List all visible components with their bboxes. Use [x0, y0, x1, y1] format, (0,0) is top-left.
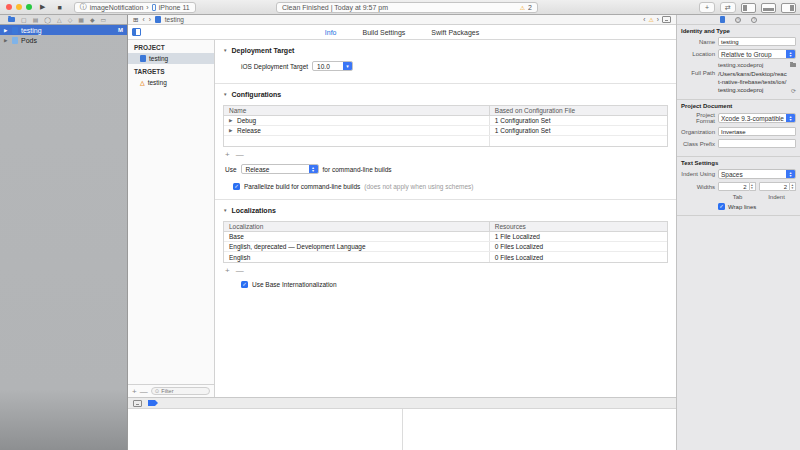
project-file-icon	[140, 55, 146, 62]
warning-count[interactable]: 2	[528, 4, 532, 11]
issue-warning-icon[interactable]: ⚠	[648, 16, 653, 23]
toggle-debug-area-button[interactable]	[761, 3, 776, 13]
source-control-navigator-icon[interactable]: ▢	[21, 16, 27, 23]
command-line-config-popup[interactable]: Release ▴▾	[241, 164, 319, 174]
tab-width-value[interactable]: 2	[718, 182, 750, 191]
window-controls[interactable]	[6, 4, 32, 10]
table-row-debug[interactable]: ▶ Debug 1 Configuration Set	[224, 116, 667, 126]
ios-deployment-target-label: iOS Deployment Target	[241, 63, 308, 70]
tab-info[interactable]: Info	[325, 29, 337, 36]
table-row-english-deprecated[interactable]: English, deprecated — Development Langua…	[224, 242, 667, 252]
zoom-window-button[interactable]	[26, 4, 32, 10]
configurations-section-header[interactable]: ▼ Configurations	[223, 84, 668, 103]
breakpoints-toggle-icon[interactable]	[148, 400, 158, 406]
disclosure-icon[interactable]: ▶	[4, 38, 9, 43]
filter-field[interactable]: ⊙	[151, 387, 210, 395]
xcode-window: ▶ ■ ⓘ imageNotification › iPhone 11 Clea…	[0, 0, 800, 450]
related-items-icon[interactable]: ⊞	[133, 16, 138, 24]
disclosure-icon[interactable]: ▶	[4, 28, 9, 33]
stepper-icon[interactable]: ▴▾	[750, 182, 756, 191]
back-button[interactable]: ‹	[142, 16, 144, 23]
editor-mode-button[interactable]: ⇄	[720, 2, 736, 13]
hide-debug-area-icon[interactable]	[133, 400, 142, 407]
file-row-label: testing	[21, 27, 42, 34]
choose-location-folder-icon[interactable]	[790, 63, 796, 67]
project-row-label: testing	[149, 55, 168, 62]
indent-width-stepper[interactable]: 2 ▴▾	[759, 182, 797, 191]
add-target-button[interactable]: +	[132, 387, 137, 396]
scheme-target-name[interactable]: imageNotification	[90, 4, 144, 11]
ios-deployment-target-combo[interactable]: 10.0 ▾	[312, 61, 353, 71]
target-row-testing[interactable]: △ testing	[128, 77, 214, 88]
open-in-finder-icon[interactable]: ⟳	[791, 87, 796, 94]
add-editor-button[interactable]: +	[699, 2, 715, 13]
remove-target-button[interactable]: —	[140, 387, 148, 396]
stepper-icon[interactable]: ▴▾	[790, 182, 796, 191]
tab-width-stepper[interactable]: 2 ▴▾	[718, 182, 756, 191]
jump-bar-file-name[interactable]: testing	[165, 16, 184, 23]
scheme-device-name[interactable]: iPhone 11	[159, 4, 190, 11]
add-configuration-button[interactable]: +	[225, 150, 230, 159]
table-row-base[interactable]: Base 1 File Localized	[224, 232, 667, 242]
tab-swift-packages[interactable]: Swift Packages	[431, 29, 479, 36]
debug-navigator-icon[interactable]: ▦	[78, 16, 84, 23]
quick-help-inspector-icon[interactable]: ?	[751, 17, 757, 23]
symbol-navigator-icon[interactable]: ▤	[33, 16, 39, 23]
parallelize-checkbox[interactable]: ✓	[233, 183, 240, 190]
table-row-release[interactable]: ▶ Release 1 Configuration Set	[224, 126, 667, 136]
stop-button[interactable]: ■	[57, 4, 61, 11]
toggle-navigator-button[interactable]	[741, 3, 756, 13]
scheme-selector[interactable]: ⓘ imageNotification › iPhone 11	[74, 2, 196, 13]
name-field[interactable]: testing	[718, 37, 796, 46]
localization-name: Base	[224, 232, 490, 241]
variables-view[interactable]	[128, 409, 403, 450]
project-navigator-icon[interactable]	[8, 17, 15, 22]
next-issue-button[interactable]: ›	[657, 16, 659, 23]
base-internationalization-checkbox[interactable]: ✓	[241, 281, 248, 288]
popup-chevrons-icon: ▴▾	[309, 165, 318, 173]
disclosure-icon[interactable]: ▶	[229, 128, 234, 133]
report-navigator-icon[interactable]: ▭	[101, 16, 107, 23]
remove-configuration-button[interactable]: —	[236, 150, 244, 159]
tab-build-settings[interactable]: Build Settings	[363, 29, 406, 36]
run-button[interactable]: ▶	[40, 3, 45, 11]
file-row-testing[interactable]: ▶ testing M	[0, 25, 127, 35]
close-window-button[interactable]	[6, 4, 12, 10]
collapse-icon[interactable]: ▼	[223, 92, 227, 97]
forward-button[interactable]: ›	[149, 16, 151, 23]
collapse-icon[interactable]: ▼	[223, 48, 227, 53]
minimize-window-button[interactable]	[16, 4, 22, 10]
issue-navigator-icon[interactable]: △	[57, 16, 62, 23]
organization-field[interactable]: Invertase	[718, 127, 796, 136]
breakpoint-navigator-icon[interactable]: ◆	[90, 16, 95, 23]
localizations-section-header[interactable]: ▼ Localizations	[223, 200, 668, 219]
project-format-popup[interactable]: Xcode 9.3-compatible ▴▾	[718, 113, 796, 123]
toggle-inspector-button[interactable]	[781, 3, 796, 13]
add-localization-button[interactable]: +	[225, 266, 230, 275]
location-popup[interactable]: Relative to Group ▴▾	[718, 49, 796, 59]
class-prefix-label: Class Prefix	[681, 141, 715, 147]
remove-localization-button[interactable]: —	[236, 266, 244, 275]
previous-issue-button[interactable]: ‹	[643, 16, 645, 23]
collapse-icon[interactable]: ▼	[223, 208, 227, 213]
history-inspector-icon[interactable]: ◷	[735, 17, 741, 23]
class-prefix-field[interactable]	[718, 139, 796, 148]
warning-icon[interactable]: ⚠	[520, 4, 525, 11]
column-name: Name	[224, 106, 490, 115]
file-inspector-icon[interactable]	[720, 16, 725, 23]
console-view[interactable]	[403, 409, 676, 450]
find-navigator-icon[interactable]: ◯	[44, 16, 51, 23]
code-review-icon[interactable]	[662, 16, 671, 23]
file-row-pods[interactable]: ▶ Pods	[0, 35, 127, 45]
indent-using-popup[interactable]: Spaces ▴▾	[718, 169, 796, 179]
wrap-lines-checkbox[interactable]: ✓	[718, 203, 725, 210]
indent-width-value[interactable]: 2	[759, 182, 791, 191]
table-header-row: Name Based on Configuration File	[224, 106, 667, 116]
base-internationalization-label: Use Base Internationalization	[252, 281, 337, 288]
deployment-target-section-header[interactable]: ▼ Deployment Target	[223, 40, 668, 59]
filter-input[interactable]	[161, 388, 206, 394]
disclosure-icon[interactable]: ▶	[229, 118, 234, 123]
table-row-english[interactable]: English 0 Files Localized	[224, 252, 667, 262]
test-navigator-icon[interactable]: ◇	[68, 16, 73, 23]
project-row-testing[interactable]: testing	[128, 53, 214, 64]
